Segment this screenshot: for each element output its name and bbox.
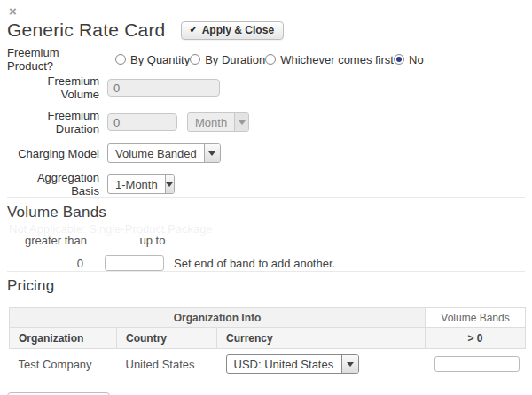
title-row: Generic Rate Card ✔ Apply & Close xyxy=(7,19,525,41)
organization-column-header: Organization xyxy=(10,328,117,349)
freemium-duration-row: Freemium Duration Month xyxy=(7,109,525,136)
duration-unit-value: Month xyxy=(188,116,234,129)
apply-close-label: Apply & Close xyxy=(202,24,274,36)
page-title: Generic Rate Card xyxy=(7,19,165,41)
organization-info-header: Organization Info xyxy=(10,308,426,328)
chevron-down-icon xyxy=(341,355,358,373)
pricing-table: Organization Info Volume Bands Organizat… xyxy=(9,307,526,379)
pricing-group-header-row: Organization Info Volume Bands xyxy=(10,308,526,328)
radio-icon[interactable] xyxy=(265,54,276,65)
radio-no-label: No xyxy=(409,53,424,66)
volume-bands-header: Volume Bands xyxy=(426,308,526,328)
generic-rate-card-dialog: × Generic Rate Card ✔ Apply & Close Free… xyxy=(0,0,532,395)
freemium-duration-input[interactable] xyxy=(107,113,177,131)
radio-whichever-first[interactable]: Whichever comes first xyxy=(265,53,394,66)
freemium-product-label: Freemium Product? xyxy=(7,46,107,73)
freemium-volume-input[interactable] xyxy=(107,79,220,97)
radio-whichever-first-label: Whichever comes first xyxy=(280,53,394,66)
volume-bands-section: Volume Bands Not Applicable: Single-Prod… xyxy=(7,204,525,271)
up-to-header: up to xyxy=(112,234,193,247)
close-icon[interactable]: × xyxy=(9,5,17,18)
radio-icon[interactable] xyxy=(115,54,126,65)
organization-cell: Test Company xyxy=(10,349,117,380)
currency-value: USD: United States xyxy=(227,358,341,371)
charging-model-row: Charging Model Volume Banded xyxy=(7,143,525,163)
greater-than-value: 0 xyxy=(7,257,105,270)
section-divider xyxy=(7,198,525,198)
pricing-title: Pricing xyxy=(7,277,525,295)
currency-select[interactable]: USD: United States xyxy=(226,354,359,374)
chevron-down-icon xyxy=(204,144,220,162)
volume-bands-title: Volume Bands xyxy=(7,204,525,221)
freemium-duration-unit-select[interactable]: Month xyxy=(187,112,249,132)
volume-band-row: 0 Set end of band to add another. xyxy=(7,255,525,271)
aggregation-basis-value: 1-Month xyxy=(108,178,165,191)
radio-icon[interactable] xyxy=(190,54,200,65)
freemium-duration-label: Freemium Duration xyxy=(7,109,107,136)
country-column-header: Country xyxy=(117,328,217,349)
aggregation-basis-label: Aggregation Basis xyxy=(7,171,107,198)
volume-bands-headers: greater than up to xyxy=(7,234,525,247)
country-cell: United States xyxy=(117,349,217,380)
freemium-volume-label: Freemium Volume xyxy=(7,74,107,101)
greater-than-header: greater than xyxy=(7,234,105,247)
currency-cell: USD: United States xyxy=(217,349,426,380)
apply-close-button-top[interactable]: ✔ Apply & Close xyxy=(181,21,284,40)
freemium-product-row: Freemium Product? By Quantity By Duratio… xyxy=(7,52,525,66)
charging-model-label: Charging Model xyxy=(7,147,107,160)
chevron-down-icon xyxy=(165,175,174,193)
currency-column-header: Currency xyxy=(217,328,426,349)
band-column-header: > 0 xyxy=(426,328,526,349)
table-row: Test Company United States USD: United S… xyxy=(10,349,526,380)
radio-icon[interactable] xyxy=(394,54,404,65)
chevron-down-icon xyxy=(234,113,248,131)
band-price-input[interactable] xyxy=(434,356,520,372)
charging-model-select[interactable]: Volume Banded xyxy=(107,143,221,163)
up-to-input[interactable] xyxy=(105,255,164,271)
freemium-volume-row: Freemium Volume xyxy=(7,74,525,101)
radio-by-duration-label: By Duration xyxy=(205,53,265,66)
radio-by-quantity[interactable]: By Quantity xyxy=(115,53,190,66)
section-divider xyxy=(7,271,525,272)
band-price-cell xyxy=(426,349,526,380)
volume-bands-grid: greater than up to 0 Set end of band to … xyxy=(7,234,525,271)
check-icon: ✔ xyxy=(189,24,197,35)
aggregation-basis-row: Aggregation Basis 1-Month xyxy=(7,171,525,198)
radio-by-duration[interactable]: By Duration xyxy=(190,53,265,66)
aggregation-basis-select[interactable]: 1-Month xyxy=(107,174,175,194)
charging-model-value: Volume Banded xyxy=(108,147,204,160)
band-hint-text: Set end of band to add another. xyxy=(174,257,335,270)
pricing-columns-row: Organization Country Currency > 0 xyxy=(10,328,526,349)
radio-no[interactable]: No xyxy=(394,53,424,66)
radio-by-quantity-label: By Quantity xyxy=(130,53,190,66)
